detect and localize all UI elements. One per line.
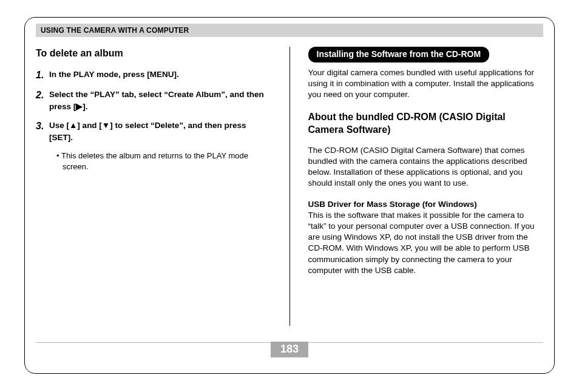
step-text: Select the “PLAY” tab, select “Create Al… — [49, 89, 271, 112]
step-number: 1. — [36, 69, 49, 82]
right-heading: About the bundled CD-ROM (CASIO Digital … — [308, 110, 544, 137]
section-header-bar: USING THE CAMERA WITH A COMPUTER — [36, 24, 543, 37]
column-divider — [290, 47, 290, 326]
page-number: 183 — [271, 342, 308, 357]
manual-page: USING THE CAMERA WITH A COMPUTER To dele… — [0, 0, 579, 392]
step-text: In the PLAY mode, press [MENU]. — [49, 69, 179, 82]
right-column: Installing the Software from the CD-ROM … — [308, 47, 544, 326]
step-item: 2. Select the “PLAY” tab, select “Create… — [36, 89, 271, 112]
intro-paragraph: Your digital camera comes bundled with u… — [308, 67, 544, 101]
two-column-layout: To delete an album 1. In the PLAY mode, … — [36, 47, 543, 326]
step-sub-bullet: • This deletes the album and returns to … — [56, 150, 271, 172]
sub-bullet-text: This deletes the album and returns to th… — [61, 151, 248, 171]
step-number: 2. — [36, 89, 49, 112]
step-item: 3. Use [▲] and [▼] to select “Delete”, a… — [36, 120, 271, 143]
left-heading: To delete an album — [36, 47, 271, 60]
step-number: 3. — [36, 120, 49, 143]
topic-pill: Installing the Software from the CD-ROM — [308, 47, 490, 63]
body-paragraph-1: The CD-ROM (CASIO Digital Camera Softwar… — [308, 145, 544, 189]
step-text: Use [▲] and [▼] to select “Delete”, and … — [49, 120, 271, 143]
sub-heading: USB Driver for Mass Storage (for Windows… — [308, 199, 544, 210]
footer-rule: 183 — [36, 342, 543, 360]
body-paragraph-2: This is the software that makes it possi… — [308, 210, 544, 276]
page-frame: USING THE CAMERA WITH A COMPUTER To dele… — [24, 17, 555, 374]
bullet-dot: • — [56, 151, 61, 160]
step-item: 1. In the PLAY mode, press [MENU]. — [36, 69, 271, 82]
steps-list: 1. In the PLAY mode, press [MENU]. 2. Se… — [36, 69, 271, 144]
left-column: To delete an album 1. In the PLAY mode, … — [36, 47, 271, 326]
